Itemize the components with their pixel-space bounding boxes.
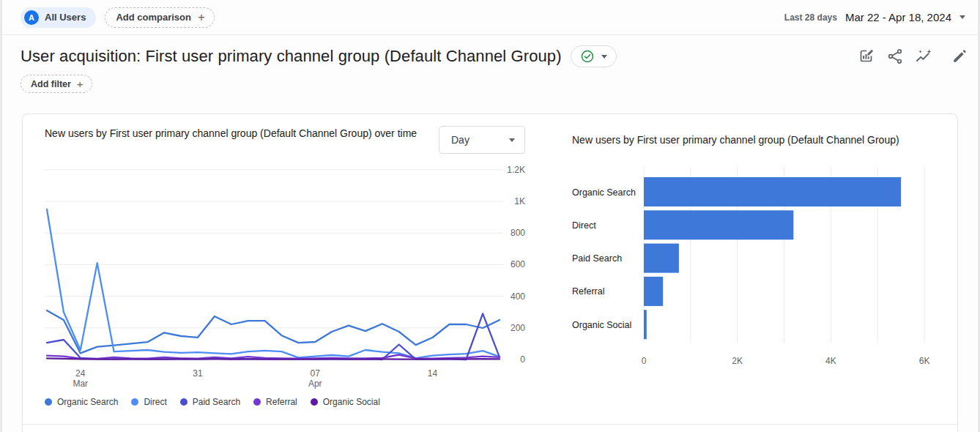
check-circle-icon xyxy=(580,49,595,64)
x-tick-sublabel: Mar xyxy=(73,379,88,389)
caret-down-icon xyxy=(959,15,965,19)
y-tick-label: 800 xyxy=(511,228,525,238)
x-tick-label: 6K xyxy=(919,356,930,366)
data-quality-dropdown[interactable] xyxy=(571,45,617,67)
avatar: A xyxy=(24,10,39,25)
bar-organic-search xyxy=(644,177,901,206)
share-icon xyxy=(886,48,904,65)
bar-chart: 02K4K6KOrganic SearchDirectPaid SearchRe… xyxy=(543,158,959,378)
x-tick-sublabel: Apr xyxy=(308,379,322,389)
bar-category-label: Paid Search xyxy=(572,253,622,264)
legend-item-paid-search: Paid Search xyxy=(180,397,240,407)
legend-label: Paid Search xyxy=(193,397,240,407)
line-chart-title: New users by First user primary channel … xyxy=(45,126,429,141)
y-tick-label: 1.2K xyxy=(507,165,525,175)
legend-item-referral: Referral xyxy=(253,397,297,407)
y-tick-label: 400 xyxy=(511,291,525,302)
series-line-direct xyxy=(47,209,500,358)
caret-down-icon xyxy=(601,55,607,59)
insights-button[interactable] xyxy=(915,48,932,65)
all-users-chip[interactable]: A All Users xyxy=(21,7,96,28)
legend-dot-icon xyxy=(131,398,138,406)
legend-dot-icon xyxy=(311,398,318,406)
series-line-paid-search xyxy=(47,313,500,360)
x-tick-label: 31 xyxy=(193,368,203,379)
granularity-value: Day xyxy=(451,134,469,146)
bar-category-label: Organic Social xyxy=(572,320,631,330)
legend-item-organic-social: Organic Social xyxy=(311,397,380,407)
legend-dot-icon xyxy=(45,398,52,406)
bar-direct xyxy=(644,210,793,239)
edit-pencil-icon xyxy=(951,48,968,65)
date-range-label: Mar 22 - Apr 18, 2024 xyxy=(845,11,951,23)
plus-icon: + xyxy=(198,11,205,23)
series-line-organic-search xyxy=(47,310,500,353)
add-comparison-label: Add comparison xyxy=(116,12,191,23)
legend-dot-icon xyxy=(180,398,188,406)
caret-down-icon xyxy=(509,138,515,142)
x-tick-label: 2K xyxy=(732,356,743,366)
bar-category-label: Referral xyxy=(572,286,604,297)
x-tick-label: 24 xyxy=(75,368,86,379)
page-edge xyxy=(0,0,2,432)
customize-report-button[interactable] xyxy=(858,48,875,65)
line-legend: Organic SearchDirectPaid SearchReferralO… xyxy=(45,397,380,407)
edit-button[interactable] xyxy=(951,48,968,65)
x-tick-label: 07 xyxy=(311,368,321,379)
x-tick-label: 0 xyxy=(642,356,647,366)
bar-category-label: Direct xyxy=(572,220,596,231)
customize-report-icon xyxy=(858,48,875,65)
insights-icon xyxy=(915,48,932,65)
x-tick-label: 4K xyxy=(825,356,836,366)
add-comparison-button[interactable]: Add comparison + xyxy=(105,7,215,28)
y-tick-label: 200 xyxy=(511,323,525,333)
date-range-selector[interactable]: Last 28 days Mar 22 - Apr 18, 2024 xyxy=(784,11,965,23)
series-line-organic-social xyxy=(47,358,500,359)
bar-paid-search xyxy=(644,244,679,273)
y-tick-label: 1K xyxy=(514,196,525,206)
date-preset-label: Last 28 days xyxy=(784,12,837,23)
granularity-select[interactable]: Day xyxy=(439,126,525,154)
legend-label: Organic Social xyxy=(323,397,380,407)
report-header: User acquisition: First user primary cha… xyxy=(21,45,968,67)
page-title: User acquisition: First user primary cha… xyxy=(21,47,562,66)
y-tick-label: 600 xyxy=(511,259,525,269)
legend-label: Organic Search xyxy=(57,397,118,407)
legend-label: Direct xyxy=(144,397,166,407)
legend-item-direct: Direct xyxy=(131,397,166,407)
bar-referral xyxy=(644,277,663,306)
report-actions xyxy=(858,48,968,65)
report-card: New users by First user primary channel … xyxy=(22,113,958,432)
x-tick-label: 14 xyxy=(428,368,438,379)
add-filter-label: Add filter xyxy=(31,79,71,89)
add-filter-button[interactable]: Add filter + xyxy=(21,75,92,93)
y-tick-label: 0 xyxy=(520,354,525,365)
bar-chart-title: New users by First user primary channel … xyxy=(572,134,899,146)
legend-dot-icon xyxy=(253,398,261,406)
line-chart: 02004006008001K1.2K24Mar3107Apr14 xyxy=(23,152,565,394)
legend-label: Referral xyxy=(266,397,297,407)
bar-category-label: Organic Search xyxy=(572,187,636,198)
card-divider xyxy=(23,424,957,425)
comparison-bar: A All Users Add comparison + Last 28 day… xyxy=(0,0,980,35)
share-button[interactable] xyxy=(886,48,904,65)
bar-organic-social xyxy=(644,310,647,339)
legend-item-organic-search: Organic Search xyxy=(45,397,118,407)
plus-icon: + xyxy=(77,78,83,89)
all-users-label: All Users xyxy=(45,12,86,23)
